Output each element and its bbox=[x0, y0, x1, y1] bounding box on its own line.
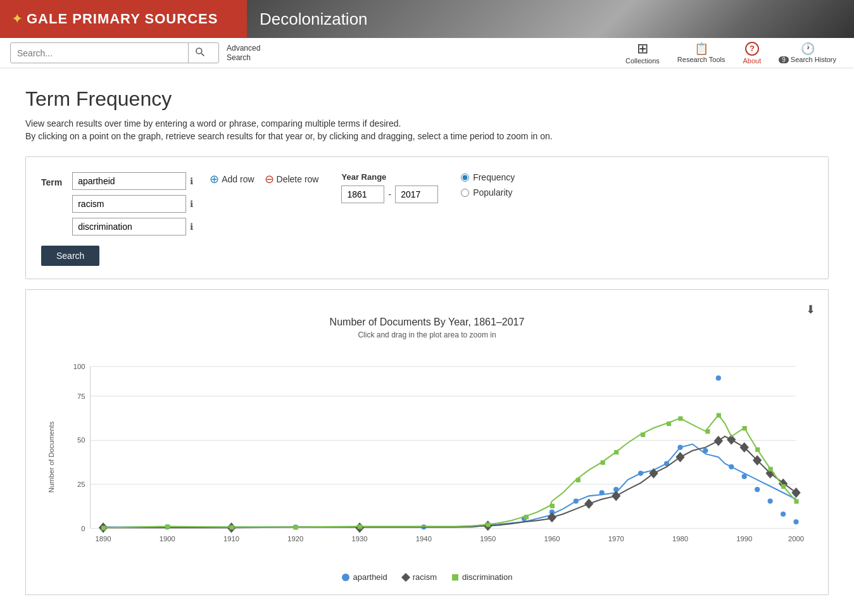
delete-row-button[interactable]: ⊖ Delete row bbox=[265, 172, 319, 186]
svg-text:1960: 1960 bbox=[544, 535, 560, 543]
year-separator: - bbox=[388, 189, 391, 199]
svg-point-38 bbox=[638, 470, 643, 475]
year-to-input[interactable] bbox=[395, 185, 438, 203]
search-actions: Search bbox=[41, 246, 813, 266]
svg-rect-70 bbox=[486, 522, 491, 527]
svg-point-45 bbox=[755, 487, 760, 492]
svg-text:1910: 1910 bbox=[223, 535, 239, 543]
svg-text:50: 50 bbox=[77, 436, 85, 444]
term-info-btn-2[interactable]: ℹ bbox=[189, 198, 194, 210]
svg-point-44 bbox=[742, 474, 747, 479]
search-history-icon: 🕐 bbox=[801, 43, 815, 54]
year-inputs: - bbox=[341, 185, 438, 203]
popularity-radio[interactable] bbox=[461, 189, 469, 197]
svg-marker-53 bbox=[548, 512, 556, 522]
minus-icon: ⊖ bbox=[265, 172, 274, 186]
term-input-row-1: ℹ bbox=[72, 172, 194, 190]
svg-rect-68 bbox=[294, 525, 298, 529]
svg-rect-84 bbox=[781, 484, 786, 489]
term-input-2[interactable] bbox=[72, 195, 186, 213]
legend-racism: racism bbox=[403, 572, 437, 582]
collection-title: Decolonization bbox=[260, 9, 368, 29]
page-desc-2: By clicking on a point on the graph, ret… bbox=[25, 131, 829, 141]
svg-point-42 bbox=[716, 375, 721, 380]
search-history-label: 9 Search History bbox=[779, 56, 836, 63]
main-content: Term Frequency View search results over … bbox=[0, 68, 854, 616]
term-input-3[interactable] bbox=[72, 218, 186, 236]
svg-marker-58 bbox=[714, 436, 723, 446]
search-icon bbox=[195, 47, 205, 57]
term-input-row-2: ℹ bbox=[72, 195, 194, 213]
year-from-input[interactable] bbox=[341, 185, 384, 203]
svg-point-43 bbox=[729, 464, 734, 469]
research-tools-icon: 📋 bbox=[694, 43, 708, 54]
term-input-1[interactable] bbox=[72, 172, 186, 190]
racism-legend-label: racism bbox=[413, 572, 437, 582]
brand-area: ✦ GALE PRIMARY SOURCES bbox=[0, 0, 247, 38]
nav-collections[interactable]: ⊞ Collections bbox=[618, 39, 667, 67]
svg-rect-81 bbox=[743, 426, 747, 431]
search-history-badge: 9 bbox=[779, 56, 789, 63]
svg-text:1980: 1980 bbox=[672, 535, 688, 543]
chart-svg-wrap[interactable]: Number of Documents 0 25 50 75 100 bbox=[45, 349, 809, 565]
chart-title: Number of Documents By Year, 1861–2017 bbox=[39, 317, 815, 328]
svg-text:75: 75 bbox=[77, 393, 85, 400]
term-label: Term bbox=[41, 172, 62, 187]
page-title: Term Frequency bbox=[25, 87, 829, 111]
svg-rect-77 bbox=[667, 422, 671, 426]
add-row-button[interactable]: ⊕ Add row bbox=[210, 172, 254, 186]
svg-text:1940: 1940 bbox=[416, 535, 432, 543]
chart-subtitle: Click and drag in the plot area to zoom … bbox=[39, 330, 815, 339]
svg-point-47 bbox=[781, 512, 786, 517]
popularity-radio-option[interactable]: Popularity bbox=[461, 187, 515, 198]
nav-about[interactable]: ? About bbox=[735, 39, 769, 67]
delete-row-label: Delete row bbox=[277, 174, 319, 184]
term-info-btn-1[interactable]: ℹ bbox=[189, 175, 194, 187]
term-info-btn-3[interactable]: ℹ bbox=[189, 220, 194, 233]
svg-marker-55 bbox=[612, 491, 620, 501]
svg-rect-76 bbox=[641, 432, 645, 437]
apartheid-legend-dot bbox=[342, 574, 349, 581]
svg-line-1 bbox=[201, 53, 204, 56]
main-search-button[interactable] bbox=[188, 43, 211, 63]
search-container[interactable] bbox=[10, 42, 219, 63]
svg-text:0: 0 bbox=[81, 525, 85, 532]
svg-point-40 bbox=[677, 445, 682, 450]
add-row-label: Add row bbox=[222, 174, 254, 184]
search-panel: Term ℹ ℹ ℹ ⊕ Add row bbox=[25, 156, 829, 279]
svg-rect-73 bbox=[576, 478, 581, 482]
legend-apartheid: apartheid bbox=[342, 572, 387, 582]
svg-rect-82 bbox=[755, 448, 760, 452]
svg-text:1900: 1900 bbox=[160, 535, 175, 543]
svg-text:100: 100 bbox=[73, 363, 85, 370]
svg-marker-56 bbox=[649, 468, 658, 478]
research-tools-label: Research Tools bbox=[677, 56, 725, 63]
frequency-radio-option[interactable]: Frequency bbox=[461, 172, 515, 182]
svg-point-41 bbox=[703, 448, 708, 453]
svg-rect-79 bbox=[705, 429, 710, 434]
about-icon: ? bbox=[745, 42, 759, 56]
svg-text:1930: 1930 bbox=[352, 535, 368, 543]
search-submit-button[interactable]: Search bbox=[41, 246, 99, 266]
svg-rect-85 bbox=[794, 499, 798, 503]
svg-text:1890: 1890 bbox=[96, 535, 111, 543]
term-row: Term ℹ ℹ ℹ ⊕ Add row bbox=[41, 172, 813, 236]
main-search-input[interactable] bbox=[11, 44, 188, 62]
chart-download-btn[interactable]: ⬇ bbox=[39, 303, 815, 317]
frequency-radio[interactable] bbox=[461, 173, 469, 182]
header: ✦ GALE PRIMARY SOURCES Decolonization bbox=[0, 0, 854, 38]
svg-marker-54 bbox=[584, 498, 593, 508]
nav-research-tools[interactable]: 📋 Research Tools bbox=[670, 41, 733, 66]
legend-discrimination: discrimination bbox=[452, 572, 512, 582]
advanced-search-link[interactable]: AdvancedSearch bbox=[227, 44, 260, 62]
apartheid-legend-label: apartheid bbox=[353, 572, 387, 582]
nav-search-history[interactable]: 🕐 9 Search History bbox=[771, 41, 844, 66]
collections-icon: ⊞ bbox=[637, 42, 648, 56]
svg-rect-69 bbox=[358, 524, 362, 529]
svg-point-36 bbox=[600, 490, 605, 495]
discrimination-legend-label: discrimination bbox=[462, 572, 512, 582]
advanced-search-anchor[interactable]: AdvancedSearch bbox=[227, 44, 260, 61]
collections-label: Collections bbox=[625, 57, 660, 65]
svg-rect-71 bbox=[524, 515, 529, 519]
svg-rect-80 bbox=[717, 413, 721, 417]
